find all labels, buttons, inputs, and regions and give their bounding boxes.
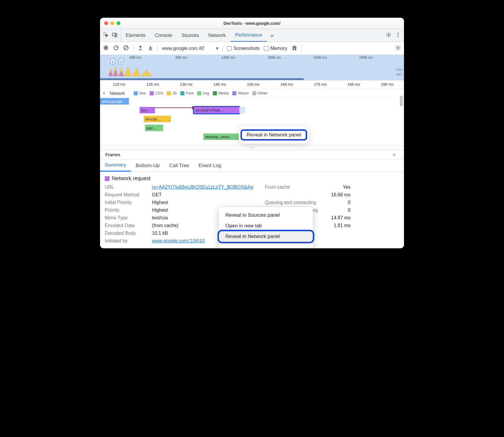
drag-handle[interactable]: ⋯ — [100, 145, 404, 150]
dependency-arrow-line — [155, 107, 193, 108]
legend-item: Media — [213, 91, 229, 95]
detail-tab-calltree[interactable]: Call Tree — [164, 159, 194, 172]
legend-label: Doc — [139, 91, 146, 95]
network-bar[interactable]: pari… — [145, 125, 163, 131]
legend-swatch-icon — [197, 91, 201, 95]
menu-separator — [219, 244, 313, 244]
settings-icon[interactable] — [395, 45, 401, 52]
range-handle-left[interactable]: ‖ — [111, 58, 115, 64]
range-handle-right[interactable]: ‖ — [119, 58, 123, 64]
detail-tab-eventlog[interactable]: Event Log — [194, 159, 226, 172]
overview-ticks: 496 ms 996 ms 1496 ms 1996 ms 2496 ms 29… — [100, 56, 404, 60]
perf-toolbar: www.google.com #2 ▾ Screenshots Memory — [100, 42, 404, 55]
svg-point-12 — [397, 47, 399, 48]
screenshots-checkbox[interactable]: Screenshots — [227, 46, 260, 51]
download-icon[interactable] — [148, 45, 153, 52]
network-bar[interactable]: www.google… — [100, 98, 129, 105]
legend-item: Font — [180, 91, 194, 95]
ruler-tick: 116 ms — [102, 82, 136, 87]
reload-icon[interactable] — [113, 45, 119, 52]
context-menu-item[interactable]: Copy link address — [219, 247, 313, 248]
field-label — [265, 192, 324, 198]
tab-sources[interactable]: Sources — [177, 29, 204, 42]
ruler-tick: 136 ms — [169, 82, 203, 87]
context-menu-item[interactable]: Reveal in Sources panel — [219, 210, 313, 221]
window-controls — [100, 21, 120, 25]
detail-tab-summary[interactable]: Summary — [100, 159, 131, 172]
legend-swatch-icon — [232, 91, 236, 95]
legend-item: JS — [167, 91, 177, 95]
field-label: From cache — [265, 185, 324, 190]
network-section-header[interactable]: ▼ Network DocCSSJSFontImgMediaWasmOther — [100, 89, 404, 98]
field-label: Decoded Body — [105, 231, 149, 236]
zoom-window-button[interactable] — [117, 21, 120, 25]
titlebar: DevTools - www.google.com/ — [100, 18, 404, 29]
field-value: Highest — [152, 200, 253, 205]
legend-swatch-icon — [150, 91, 154, 95]
svg-point-3 — [388, 34, 390, 35]
ruler-tick: 146 ms — [203, 82, 237, 87]
overview-axis-labels: CPU NET — [396, 67, 403, 77]
memory-checkbox[interactable]: Memory — [264, 46, 287, 51]
settings-icon[interactable] — [386, 32, 392, 39]
clear-icon[interactable] — [123, 45, 129, 52]
network-bar[interactable]: rs=AA2YrTtu6… — [194, 107, 239, 113]
record-icon[interactable] — [103, 45, 109, 52]
tick-label: 1996 ms — [266, 56, 312, 60]
legend-swatch-icon — [134, 91, 138, 95]
devtools-window: DevTools - www.google.com/ Elements Cons… — [100, 18, 404, 248]
field-value: 14.87 ms — [327, 215, 351, 221]
field-label: Encoded Data — [105, 223, 149, 228]
svg-point-4 — [397, 32, 398, 33]
field-label: Mime Type — [105, 215, 149, 221]
device-toggle-icon[interactable] — [112, 32, 118, 39]
ruler-tick: 196 ms — [371, 82, 404, 87]
ruler-tick: 156 ms — [236, 82, 270, 87]
request-tail — [239, 107, 245, 113]
recording-select[interactable]: www.google.com #2 ▾ — [162, 45, 218, 51]
scrollbar-thumb[interactable] — [400, 96, 403, 106]
field-value: Yes — [327, 185, 351, 190]
field-value: 1.81 ms — [327, 223, 351, 228]
tab-network[interactable]: Network — [204, 29, 230, 42]
legend-label: Other — [258, 91, 268, 95]
gc-icon[interactable] — [292, 45, 297, 52]
legend-swatch-icon — [252, 91, 256, 95]
memory-label: Memory — [270, 46, 287, 51]
kebab-menu-icon[interactable] — [395, 32, 401, 39]
context-menu-item[interactable]: Reveal in Network panel — [219, 231, 313, 242]
tick-label: 1496 ms — [220, 56, 266, 60]
frames-section[interactable]: Frames — [100, 150, 404, 159]
detail-tab-bottomup[interactable]: Bottom-Up — [131, 159, 164, 172]
tab-list: Elements Console Sources Network Perform… — [121, 29, 267, 42]
field-label: Priority — [105, 208, 149, 213]
network-bar[interactable]: m=… — [140, 107, 155, 113]
tick-label: 2496 ms — [312, 56, 358, 60]
svg-point-5 — [397, 34, 398, 35]
ruler-tick: 186 ms — [337, 82, 371, 87]
svg-rect-11 — [293, 47, 296, 50]
legend-label: Wasm — [238, 91, 248, 95]
tab-elements[interactable]: Elements — [121, 29, 150, 42]
legend-swatch-icon — [180, 91, 184, 95]
context-menu-item[interactable]: Open in new tab — [219, 221, 313, 231]
field-label: Initiated by — [105, 238, 149, 244]
url-link[interactable]: rs=AA2YrTtu68wU8rQSEu1zLoTY_BOBQXibAg — [152, 185, 253, 190]
more-tabs-icon[interactable]: » — [267, 29, 277, 42]
svg-rect-2 — [115, 34, 117, 37]
overview-minimap[interactable]: 496 ms 996 ms 1496 ms 1996 ms 2496 ms 29… — [100, 55, 404, 80]
tab-console[interactable]: Console — [150, 29, 177, 42]
reveal-tooltip-label: Reveal in Network panel — [240, 129, 307, 141]
close-window-button[interactable] — [104, 21, 108, 25]
frames-label: Frames — [105, 152, 120, 157]
reveal-tooltip[interactable]: Reveal in Network panel — [239, 126, 309, 144]
overview-net-strip — [100, 78, 304, 80]
checkbox-icon — [264, 46, 269, 51]
network-bar[interactable]: m=cdo… — [144, 116, 171, 122]
minimize-window-button[interactable] — [110, 21, 114, 25]
inspect-icon[interactable] — [103, 32, 109, 39]
upload-icon[interactable] — [138, 45, 143, 52]
network-legend: DocCSSJSFontImgMediaWasmOther — [134, 91, 267, 95]
tab-performance[interactable]: Performance — [230, 29, 267, 42]
field-value: 16.68 ms — [327, 192, 351, 198]
